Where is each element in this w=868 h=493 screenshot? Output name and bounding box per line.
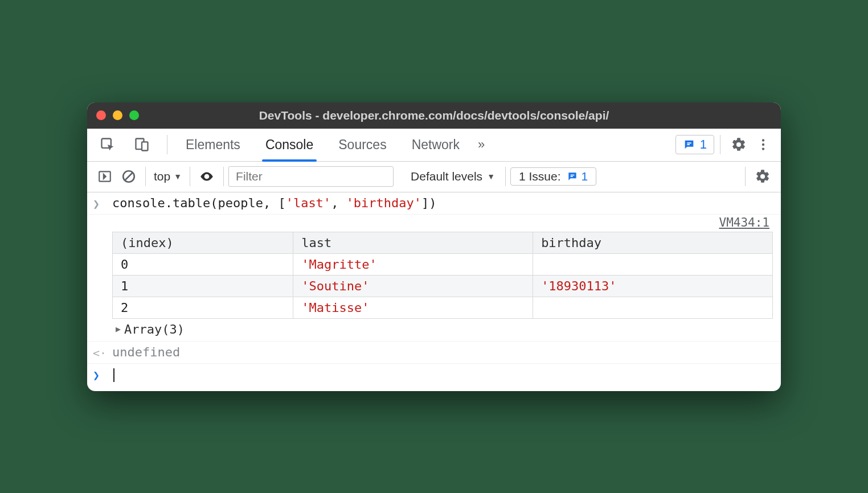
inspect-element-icon[interactable] xyxy=(95,137,120,153)
command-text: console.table(people, ['last', 'birthday… xyxy=(112,196,437,210)
cell-birthday xyxy=(533,297,773,318)
output-table[interactable]: (index)lastbirthday 0'Magritte'1'Soutine… xyxy=(112,232,773,319)
clear-console-icon[interactable] xyxy=(117,169,141,184)
cell-last: 'Matisse' xyxy=(293,297,533,318)
panel-tabs: ElementsConsoleSourcesNetwork » 1 xyxy=(87,129,781,162)
svg-rect-3 xyxy=(687,142,691,143)
close-window-button[interactable] xyxy=(96,110,106,120)
svg-point-5 xyxy=(762,139,764,141)
prompt-chevron-icon: ❯ xyxy=(93,367,112,382)
cell-last: 'Magritte' xyxy=(293,253,533,275)
cell-index: 1 xyxy=(113,275,293,297)
console-settings-gear-icon[interactable] xyxy=(750,169,775,184)
issues-count: 1 xyxy=(582,170,588,183)
execution-context-label: top xyxy=(154,170,170,183)
console-return-row[interactable]: <· undefined xyxy=(87,342,781,364)
array-summary[interactable]: ▶ Array(3) xyxy=(112,319,773,338)
cell-last: 'Soutine' xyxy=(293,275,533,297)
live-expression-eye-icon[interactable] xyxy=(195,169,219,184)
window-controls xyxy=(96,110,139,120)
array-summary-text: Array(3) xyxy=(124,322,185,336)
issues-pill[interactable]: 1 Issue: 1 xyxy=(510,167,596,186)
more-options-icon[interactable] xyxy=(751,137,775,152)
disclosure-triangle-icon: ▶ xyxy=(116,324,121,334)
table-row[interactable]: 1'Soutine''18930113' xyxy=(113,275,773,297)
maximize-window-button[interactable] xyxy=(129,110,139,120)
console-input-echo[interactable]: ❯ console.table(people, ['last', 'birthd… xyxy=(87,192,781,215)
svg-rect-11 xyxy=(570,175,574,176)
svg-point-7 xyxy=(762,147,764,150)
table-row[interactable]: 2'Matisse' xyxy=(113,297,773,318)
console-table-output: VM434:1 (index)lastbirthday 0'Magritte'1… xyxy=(87,215,781,342)
filter-input[interactable] xyxy=(228,166,394,187)
cell-birthday xyxy=(533,253,773,275)
svg-rect-4 xyxy=(687,144,690,145)
output-chevron-icon: <· xyxy=(93,345,112,360)
dropdown-triangle-icon: ▼ xyxy=(487,172,495,181)
issues-chat-count: 1 xyxy=(700,137,707,152)
tab-sources[interactable]: Sources xyxy=(326,129,399,161)
console-prompt[interactable]: ❯ xyxy=(87,364,781,391)
window-title: DevTools - developer.chrome.com/docs/dev… xyxy=(87,109,781,122)
cell-birthday: '18930113' xyxy=(533,275,773,297)
source-link[interactable]: VM434:1 xyxy=(719,216,769,229)
more-tabs-button[interactable]: » xyxy=(472,137,490,152)
issues-label: 1 Issue: xyxy=(519,170,561,183)
cell-index: 2 xyxy=(113,297,293,318)
table-row[interactable]: 0'Magritte' xyxy=(113,253,773,275)
device-toolbar-icon[interactable] xyxy=(129,137,154,153)
minimize-window-button[interactable] xyxy=(113,110,122,120)
cell-index: 0 xyxy=(113,253,293,275)
svg-point-6 xyxy=(762,143,764,146)
console-toolbar: top ▼ Default levels ▼ 1 Issue: 1 xyxy=(87,162,781,192)
console-input[interactable] xyxy=(112,367,773,382)
devtools-window: DevTools - developer.chrome.com/docs/dev… xyxy=(87,102,781,391)
svg-rect-2 xyxy=(142,142,148,150)
titlebar: DevTools - developer.chrome.com/docs/dev… xyxy=(87,102,781,129)
dropdown-triangle-icon: ▼ xyxy=(174,172,182,181)
table-header[interactable]: last xyxy=(293,232,533,253)
log-levels-label: Default levels xyxy=(411,170,482,183)
console-output: ❯ console.table(people, ['last', 'birthd… xyxy=(87,192,781,391)
svg-line-10 xyxy=(125,173,133,180)
tab-console[interactable]: Console xyxy=(253,129,326,161)
svg-rect-12 xyxy=(570,176,572,177)
tab-network[interactable]: Network xyxy=(399,129,472,161)
log-levels-select[interactable]: Default levels ▼ xyxy=(405,170,501,183)
table-header[interactable]: (index) xyxy=(113,232,293,253)
return-value: undefined xyxy=(112,345,180,359)
table-header[interactable]: birthday xyxy=(533,232,773,253)
toggle-sidebar-icon[interactable] xyxy=(93,169,117,184)
settings-gear-icon[interactable] xyxy=(726,137,751,153)
tab-elements[interactable]: Elements xyxy=(173,129,253,161)
issues-chat-badge[interactable]: 1 xyxy=(675,135,714,154)
input-chevron-icon: ❯ xyxy=(93,196,112,211)
execution-context-select[interactable]: top ▼ xyxy=(150,170,185,183)
